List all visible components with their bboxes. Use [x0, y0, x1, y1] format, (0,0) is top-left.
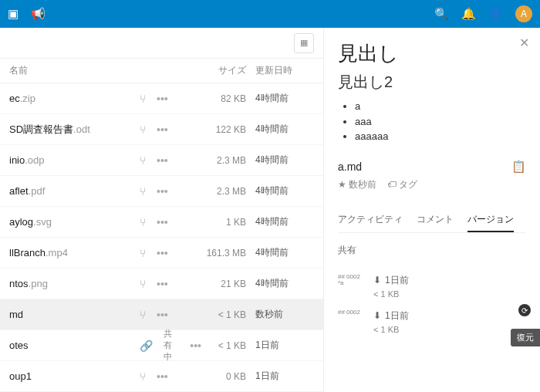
- table-row[interactable]: llBranch.mp4⑂•••161.3 MB4時間前: [0, 238, 323, 269]
- table-row[interactable]: otes🔗共有中•••< 1 KB1日前: [0, 330, 323, 361]
- files-icon[interactable]: ▣: [8, 7, 19, 21]
- more-icon[interactable]: •••: [190, 340, 201, 352]
- more-icon[interactable]: •••: [157, 93, 168, 105]
- file-size: 82 KB: [201, 93, 255, 104]
- announce-icon[interactable]: 📢: [31, 7, 46, 21]
- file-size: 2.3 MB: [201, 186, 255, 197]
- more-icon[interactable]: •••: [157, 309, 168, 321]
- download-icon[interactable]: ⬇: [373, 310, 381, 321]
- download-icon[interactable]: ⬇: [373, 275, 381, 286]
- file-name: md: [6, 309, 140, 320]
- file-size: < 1 KB: [201, 340, 255, 351]
- file-size: 21 KB: [201, 279, 255, 289]
- avatar[interactable]: A: [515, 5, 532, 22]
- file-name: ntos.png: [6, 278, 140, 289]
- tag-button[interactable]: 🏷 タグ: [387, 178, 417, 191]
- tab-versions[interactable]: バージョン: [467, 208, 514, 232]
- file-name: inio.odp: [6, 154, 140, 166]
- topbar: ▣ 📢 🔍 🔔 👤 A: [0, 0, 540, 28]
- version-row[interactable]: ## 0002⬇ 1日前< 1 KB: [338, 309, 526, 334]
- table-row[interactable]: ntos.png⑂•••21 KB4時間前: [0, 269, 323, 299]
- file-name: llBranch.mp4: [6, 247, 140, 259]
- file-date: 4時間前: [255, 277, 317, 290]
- file-date: 数秒前: [255, 308, 317, 321]
- file-size: 1 KB: [201, 217, 255, 228]
- table-row[interactable]: inio.odp⑂•••2.3 MB4時間前: [0, 145, 323, 176]
- file-size: 0 KB: [201, 371, 255, 382]
- version-size: < 1 KB: [373, 289, 526, 299]
- share-icon[interactable]: ⑂: [140, 278, 146, 290]
- more-icon[interactable]: •••: [157, 278, 168, 290]
- share-icon[interactable]: ⑂: [140, 216, 146, 228]
- search-icon[interactable]: 🔍: [434, 7, 449, 21]
- file-list-panel: ▦ 名前 サイズ 更新日時 ec.zip⑂•••82 KB4時間前SD調査報告書…: [0, 28, 324, 392]
- file-date: 4時間前: [255, 246, 317, 259]
- more-icon[interactable]: •••: [157, 154, 168, 167]
- file-date: 4時間前: [255, 92, 317, 105]
- file-size: 161.3 MB: [201, 248, 255, 259]
- preview-list-item: aaaaaa: [355, 129, 526, 144]
- file-preview: 見出し 見出し2 aaaaaaaaaa: [338, 40, 526, 144]
- preview-heading1: 見出し: [338, 40, 526, 67]
- table-row[interactable]: aylog.svg⑂•••1 KB4時間前: [0, 207, 323, 238]
- version-thumb: ## 0002: [338, 309, 363, 316]
- file-name: aflet.pdf: [6, 185, 140, 197]
- restore-button[interactable]: 復元: [511, 329, 540, 346]
- file-name: oup1: [6, 370, 140, 382]
- table-row[interactable]: ec.zip⑂•••82 KB4時間前: [0, 83, 323, 114]
- more-icon[interactable]: •••: [157, 370, 168, 383]
- shared-label: 共有中: [164, 328, 179, 363]
- sync-icon[interactable]: ⟳: [518, 304, 531, 316]
- header-date[interactable]: 更新日時: [255, 64, 317, 77]
- file-date: 1日前: [255, 370, 317, 383]
- share-icon[interactable]: ⑂: [140, 154, 146, 167]
- favorite-toggle[interactable]: ★ 数秒前: [338, 178, 376, 191]
- close-icon[interactable]: ✕: [519, 35, 529, 50]
- file-date: 4時間前: [255, 215, 317, 228]
- share-icon[interactable]: ⑂: [140, 309, 146, 321]
- share-icon[interactable]: ⑂: [140, 123, 146, 136]
- file-date: 4時間前: [255, 184, 317, 198]
- share-section-label[interactable]: 共有: [338, 244, 526, 257]
- table-row[interactable]: SD調査報告書.odt⑂•••122 KB4時間前: [0, 114, 323, 145]
- version-row[interactable]: ## 0002*a⬇ 1日前< 1 KB: [338, 274, 526, 299]
- share-icon[interactable]: ⑂: [140, 247, 146, 259]
- version-size: < 1 KB: [373, 325, 526, 334]
- header-size[interactable]: サイズ: [201, 64, 255, 77]
- file-date: 4時間前: [255, 123, 317, 136]
- tab-comments[interactable]: コメント: [417, 208, 454, 232]
- link-icon: 🔗: [140, 340, 153, 352]
- share-icon[interactable]: ⑂: [140, 93, 146, 105]
- header-name[interactable]: 名前: [6, 64, 140, 77]
- table-row[interactable]: aflet.pdf⑂•••2.3 MB4時間前: [0, 176, 323, 207]
- version-thumb: ## 0002*a: [338, 274, 363, 288]
- file-name: otes: [6, 340, 140, 351]
- file-name: ec.zip: [6, 93, 140, 104]
- version-date: ⬇ 1日前: [373, 274, 526, 287]
- more-icon[interactable]: •••: [157, 123, 168, 136]
- contacts-icon[interactable]: 👤: [488, 7, 503, 21]
- grid-view-button[interactable]: ▦: [294, 33, 314, 53]
- clipboard-icon[interactable]: 📋: [511, 160, 526, 174]
- file-size: < 1 KB: [201, 309, 255, 320]
- details-panel: ✕ 見出し 見出し2 aaaaaaaaaa a.md 📋 ★ 数秒前 🏷 タグ …: [324, 28, 540, 392]
- more-icon[interactable]: •••: [157, 185, 168, 198]
- version-date: ⬇ 1日前: [373, 309, 526, 323]
- table-header: 名前 サイズ 更新日時: [0, 59, 323, 83]
- more-icon[interactable]: •••: [157, 216, 168, 228]
- preview-list-item: a: [355, 99, 526, 114]
- more-icon[interactable]: •••: [157, 247, 168, 259]
- file-name: SD調査報告書.odt: [6, 123, 140, 137]
- notifications-icon[interactable]: 🔔: [461, 7, 476, 21]
- file-date: 1日前: [255, 339, 317, 352]
- file-date: 4時間前: [255, 154, 317, 167]
- table-row[interactable]: oup1⑂•••0 KB1日前: [0, 361, 323, 392]
- share-icon[interactable]: ⑂: [140, 370, 146, 383]
- file-size: 122 KB: [201, 124, 255, 135]
- table-row[interactable]: md⑂•••< 1 KB数秒前: [0, 299, 323, 330]
- tab-activity[interactable]: アクティビティ: [338, 208, 403, 232]
- file-name: aylog.svg: [6, 216, 140, 228]
- preview-list-item: aaa: [355, 114, 526, 130]
- preview-heading2: 見出し2: [338, 72, 526, 93]
- share-icon[interactable]: ⑂: [140, 185, 146, 198]
